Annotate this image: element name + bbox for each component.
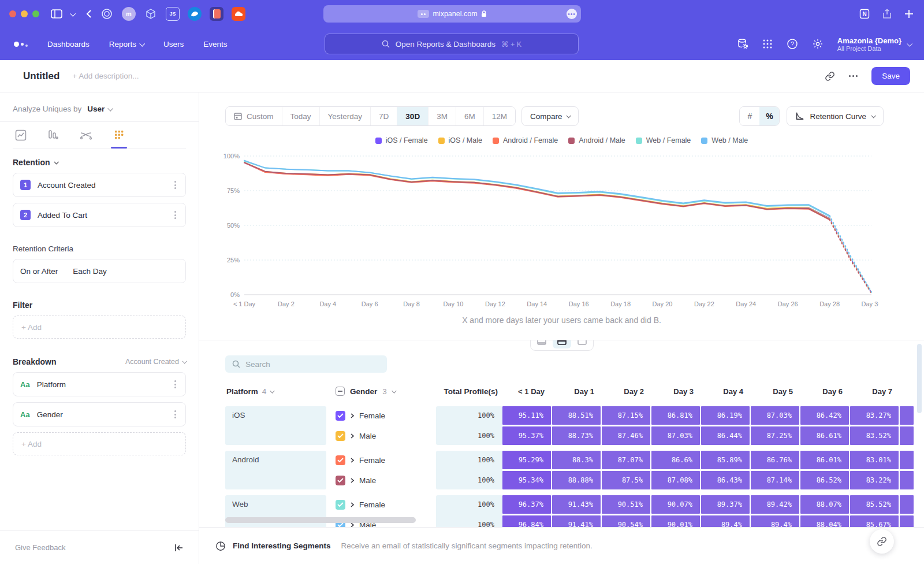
retention-cell[interactable]: 87.25% — [751, 426, 799, 445]
retention-cell[interactable]: 90.01% — [651, 515, 700, 527]
apps-grid-icon[interactable] — [762, 39, 773, 49]
retention-cell[interactable]: 87.15% — [602, 406, 650, 425]
compare-button[interactable]: Compare — [521, 106, 579, 126]
retention-cell[interactable]: 87.5% — [602, 471, 650, 489]
tab-retention[interactable] — [113, 129, 125, 148]
retention-cell[interactable]: 86.19% — [701, 406, 750, 425]
find-segments-title[interactable]: Find Interesting Segments — [233, 541, 331, 550]
retention-cell[interactable]: 83.01% — [850, 451, 899, 469]
gender-cell-male[interactable]: Male — [332, 471, 436, 489]
collapse-sidebar-icon[interactable] — [174, 544, 184, 552]
global-search-button[interactable]: Open Reports & Dashboards ⌘ + K — [325, 34, 579, 54]
layout-table-only-button[interactable] — [573, 340, 591, 348]
nav-item-reports[interactable]: Reports — [109, 40, 144, 49]
series-checkbox[interactable] — [336, 500, 345, 510]
day-column-header[interactable]: Day 7 — [850, 387, 900, 396]
breakdown-gender[interactable]: AaGender — [13, 402, 186, 426]
new-tab-icon[interactable] — [904, 9, 914, 18]
retention-cell[interactable]: 87.46% — [602, 426, 650, 445]
day-column-header[interactable]: Day 3 — [651, 387, 701, 396]
table-search[interactable] — [225, 355, 387, 373]
platform-cell[interactable]: Android — [225, 451, 326, 489]
sidebar-toggle-icon[interactable] — [51, 9, 62, 18]
retention-cell[interactable]: 96.37% — [502, 495, 551, 514]
range-12m[interactable]: 12M — [483, 107, 515, 125]
criteria-each-day[interactable]: Each Day — [73, 267, 107, 276]
retention-cell[interactable]: 95.29% — [502, 451, 551, 469]
retention-cell[interactable]: 89.4% — [701, 515, 750, 527]
copy-link-icon[interactable] — [825, 71, 835, 81]
give-feedback-link[interactable]: Give Feedback — [15, 543, 65, 552]
retention-section-header[interactable]: Retention — [13, 158, 186, 167]
page-actions-icon[interactable]: ••• — [567, 9, 577, 19]
retention-cell[interactable]: 88.51% — [552, 406, 601, 425]
retention-cell[interactable]: 91.41% — [552, 515, 601, 527]
range-yesterday[interactable]: Yesterday — [319, 107, 371, 125]
add-breakdown-button[interactable]: + Add — [13, 432, 186, 455]
retention-cell[interactable]: 86.43% — [701, 471, 750, 489]
retention-step-2[interactable]: 2Added To Cart — [13, 203, 186, 227]
mixpanel-logo[interactable] — [14, 42, 28, 47]
retention-cell[interactable]: 88.04% — [800, 515, 849, 527]
retention-cell[interactable]: 86.42% — [800, 406, 849, 425]
retention-cell[interactable]: 86.44% — [701, 426, 750, 445]
platform-cell[interactable]: iOS — [225, 406, 326, 445]
retention-cell[interactable]: 86.6% — [651, 451, 700, 469]
retention-cell[interactable]: 87.14% — [751, 471, 799, 489]
retention-cell[interactable]: 95.11% — [502, 406, 551, 425]
retention-cell[interactable]: 83.27% — [850, 406, 899, 425]
series-checkbox[interactable] — [336, 476, 345, 485]
absolute-values-toggle[interactable]: # — [740, 107, 759, 125]
expand-chevron-icon[interactable] — [351, 502, 354, 507]
retention-cell[interactable]: 85.67% — [850, 515, 899, 527]
retention-cell[interactable]: 90.54% — [602, 515, 650, 527]
retention-cell[interactable]: 87.08% — [651, 471, 700, 489]
legend-item[interactable]: Web / Male — [701, 136, 748, 144]
help-icon[interactable]: ? — [787, 38, 798, 50]
browser-extension-js-icon[interactable]: JS — [166, 7, 180, 21]
more-options-icon[interactable] — [849, 75, 858, 77]
series-line-web-female[interactable] — [830, 217, 871, 292]
gender-cell-female[interactable]: Female — [332, 495, 436, 514]
legend-item[interactable]: Android / Male — [568, 136, 625, 144]
vertical-scrollbar[interactable] — [917, 344, 922, 413]
retention-step-1[interactable]: 1Account Created — [13, 173, 186, 197]
close-window-button[interactable] — [9, 10, 16, 17]
expand-chevron-icon[interactable] — [351, 478, 354, 483]
expand-chevron-icon[interactable] — [351, 433, 354, 439]
retention-cell[interactable]: 89.37% — [701, 495, 750, 514]
horizontal-scrollbar[interactable] — [225, 517, 416, 523]
gender-column-header[interactable]: Gender 3 — [332, 387, 436, 396]
retention-cell[interactable]: 90.07% — [651, 495, 700, 514]
retention-cell[interactable]: 90.51% — [602, 495, 650, 514]
range-6m[interactable]: 6M — [456, 107, 483, 125]
save-button[interactable]: Save — [871, 67, 910, 85]
retention-cell[interactable]: 89.42% — [751, 495, 799, 514]
series-checkbox[interactable] — [336, 431, 345, 441]
range-7d[interactable]: 7D — [370, 107, 397, 125]
minimize-window-button[interactable] — [21, 10, 28, 17]
range-3m[interactable]: 3M — [428, 107, 456, 125]
gender-cell-female[interactable]: Female — [332, 406, 436, 425]
retention-cell[interactable]: 86.01% — [800, 451, 849, 469]
table-search-input[interactable] — [245, 360, 372, 369]
legend-item[interactable]: Web / Female — [636, 136, 691, 144]
retention-cell[interactable]: 85.89% — [701, 451, 750, 469]
legend-item[interactable]: Android / Female — [493, 136, 558, 144]
add-filter-button[interactable]: + Add — [13, 316, 186, 339]
breakdown-scope-dropdown[interactable]: Account Created — [125, 358, 186, 366]
day-column-header[interactable]: Day 1 — [552, 387, 602, 396]
retention-cell[interactable]: 86.76% — [751, 451, 799, 469]
breakdown-platform[interactable]: AaPlatform — [13, 372, 186, 396]
retention-cell[interactable]: 83.52% — [850, 426, 899, 445]
share-icon[interactable] — [882, 9, 892, 19]
tab-flows[interactable] — [80, 129, 92, 148]
retention-cell[interactable]: 85.52% — [850, 495, 899, 514]
account-switcher[interactable]: Amazonia {Demo} All Project Data — [837, 36, 911, 52]
retention-cell[interactable]: 88.88% — [552, 471, 601, 489]
day-column-header[interactable]: Day 6 — [800, 387, 850, 396]
layout-chart-only-button[interactable] — [532, 340, 551, 348]
browser-extension-cube-icon[interactable] — [144, 7, 158, 21]
range-custom[interactable]: Custom — [226, 107, 282, 125]
retention-cell[interactable]: 88.73% — [552, 426, 601, 445]
